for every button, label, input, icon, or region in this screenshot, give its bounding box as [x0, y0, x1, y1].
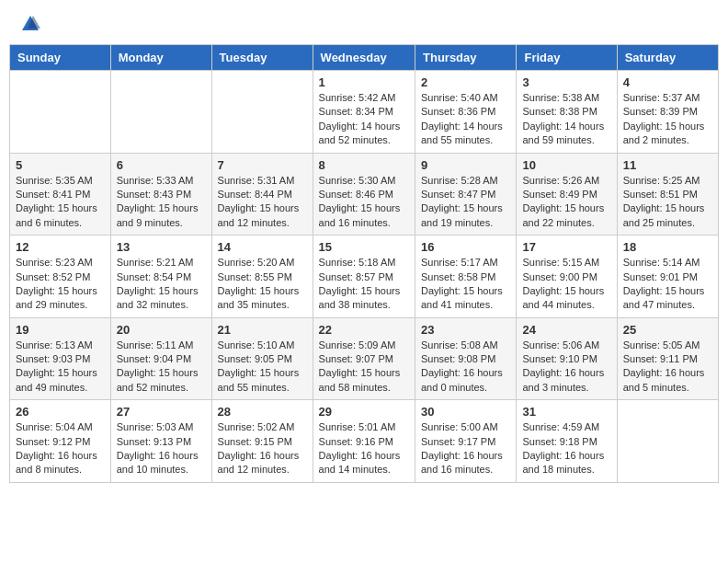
day-cell	[10, 71, 111, 154]
day-number: 24	[522, 323, 610, 337]
day-cell: 22Sunrise: 5:09 AMSunset: 9:07 PMDayligh…	[313, 317, 415, 400]
day-info: Sunrise: 5:25 AMSunset: 8:51 PMDaylight:…	[623, 174, 712, 231]
week-row-5: 26Sunrise: 5:04 AMSunset: 9:12 PMDayligh…	[10, 400, 719, 483]
week-row-1: 1Sunrise: 5:42 AMSunset: 8:34 PMDaylight…	[10, 71, 719, 154]
day-number: 26	[16, 405, 105, 419]
day-info: Sunrise: 5:33 AMSunset: 8:43 PMDaylight:…	[117, 174, 206, 231]
day-number: 6	[117, 158, 206, 172]
day-info: Sunrise: 5:35 AMSunset: 8:41 PMDaylight:…	[16, 174, 105, 231]
day-number: 16	[421, 240, 510, 254]
day-cell: 23Sunrise: 5:08 AMSunset: 9:08 PMDayligh…	[415, 317, 517, 400]
day-number: 28	[218, 405, 307, 419]
day-cell: 9Sunrise: 5:28 AMSunset: 8:47 PMDaylight…	[415, 153, 517, 236]
day-info: Sunrise: 5:00 AMSunset: 9:17 PMDaylight:…	[421, 420, 510, 477]
logo-icon	[20, 14, 40, 34]
day-info: Sunrise: 5:18 AMSunset: 8:57 PMDaylight:…	[319, 256, 409, 313]
weekday-header-sunday: Sunday	[10, 45, 111, 71]
day-info: Sunrise: 5:37 AMSunset: 8:39 PMDaylight:…	[623, 91, 712, 148]
day-cell: 19Sunrise: 5:13 AMSunset: 9:03 PMDayligh…	[10, 317, 111, 400]
day-cell: 8Sunrise: 5:30 AMSunset: 8:46 PMDaylight…	[313, 153, 415, 236]
day-cell	[110, 71, 211, 154]
day-cell: 5Sunrise: 5:35 AMSunset: 8:41 PMDaylight…	[10, 153, 111, 236]
day-cell: 28Sunrise: 5:02 AMSunset: 9:15 PMDayligh…	[211, 400, 313, 483]
day-number: 30	[421, 405, 510, 419]
page-header	[9, 9, 719, 35]
day-number: 12	[16, 240, 105, 254]
day-cell: 13Sunrise: 5:21 AMSunset: 8:54 PMDayligh…	[110, 236, 211, 318]
day-number: 1	[319, 75, 409, 89]
day-cell: 27Sunrise: 5:03 AMSunset: 9:13 PMDayligh…	[110, 400, 211, 483]
weekday-header-row: SundayMondayTuesdayWednesdayThursdayFrid…	[10, 45, 719, 71]
day-info: Sunrise: 5:06 AMSunset: 9:10 PMDaylight:…	[522, 339, 610, 396]
day-cell: 18Sunrise: 5:14 AMSunset: 9:01 PMDayligh…	[617, 236, 718, 318]
day-cell: 6Sunrise: 5:33 AMSunset: 8:43 PMDaylight…	[110, 153, 211, 236]
day-cell: 17Sunrise: 5:15 AMSunset: 9:00 PMDayligh…	[517, 236, 617, 318]
week-row-4: 19Sunrise: 5:13 AMSunset: 9:03 PMDayligh…	[10, 317, 719, 400]
day-number: 25	[623, 323, 712, 337]
day-number: 2	[421, 75, 510, 89]
day-info: Sunrise: 5:17 AMSunset: 8:58 PMDaylight:…	[421, 256, 510, 313]
day-cell: 4Sunrise: 5:37 AMSunset: 8:39 PMDaylight…	[617, 71, 718, 154]
day-number: 20	[117, 323, 206, 337]
day-number: 5	[16, 158, 105, 172]
day-cell: 21Sunrise: 5:10 AMSunset: 9:05 PMDayligh…	[211, 317, 313, 400]
day-number: 29	[319, 405, 409, 419]
day-info: Sunrise: 5:30 AMSunset: 8:46 PMDaylight:…	[319, 174, 409, 231]
day-cell: 25Sunrise: 5:05 AMSunset: 9:11 PMDayligh…	[617, 317, 718, 400]
day-number: 17	[522, 240, 610, 254]
day-number: 8	[319, 158, 409, 172]
day-number: 18	[623, 240, 712, 254]
day-info: Sunrise: 5:23 AMSunset: 8:52 PMDaylight:…	[16, 256, 105, 313]
day-number: 23	[421, 323, 510, 337]
day-number: 7	[218, 158, 307, 172]
day-info: Sunrise: 5:04 AMSunset: 9:12 PMDaylight:…	[16, 420, 105, 477]
day-cell: 20Sunrise: 5:11 AMSunset: 9:04 PMDayligh…	[110, 317, 211, 400]
day-info: Sunrise: 5:11 AMSunset: 9:04 PMDaylight:…	[117, 339, 206, 396]
day-info: Sunrise: 5:05 AMSunset: 9:11 PMDaylight:…	[623, 339, 712, 396]
day-info: Sunrise: 5:42 AMSunset: 8:34 PMDaylight:…	[319, 91, 409, 148]
day-info: Sunrise: 5:31 AMSunset: 8:44 PMDaylight:…	[218, 174, 307, 231]
day-number: 15	[319, 240, 409, 254]
day-info: Sunrise: 5:20 AMSunset: 8:55 PMDaylight:…	[218, 256, 307, 313]
day-info: Sunrise: 5:21 AMSunset: 8:54 PMDaylight:…	[117, 256, 206, 313]
day-info: Sunrise: 4:59 AMSunset: 9:18 PMDaylight:…	[522, 420, 610, 477]
day-cell: 14Sunrise: 5:20 AMSunset: 8:55 PMDayligh…	[211, 236, 313, 318]
day-cell	[617, 400, 718, 483]
day-info: Sunrise: 5:08 AMSunset: 9:08 PMDaylight:…	[421, 339, 510, 396]
day-cell: 31Sunrise: 4:59 AMSunset: 9:18 PMDayligh…	[517, 400, 617, 483]
day-cell: 2Sunrise: 5:40 AMSunset: 8:36 PMDaylight…	[415, 71, 517, 154]
weekday-header-tuesday: Tuesday	[211, 45, 313, 71]
day-info: Sunrise: 5:09 AMSunset: 9:07 PMDaylight:…	[319, 339, 409, 396]
day-info: Sunrise: 5:14 AMSunset: 9:01 PMDaylight:…	[623, 256, 712, 313]
day-number: 11	[623, 158, 712, 172]
day-number: 10	[522, 158, 610, 172]
day-info: Sunrise: 5:15 AMSunset: 9:00 PMDaylight:…	[522, 256, 610, 313]
day-number: 21	[218, 323, 307, 337]
day-info: Sunrise: 5:28 AMSunset: 8:47 PMDaylight:…	[421, 174, 510, 231]
logo	[18, 14, 40, 30]
day-cell: 30Sunrise: 5:00 AMSunset: 9:17 PMDayligh…	[415, 400, 517, 483]
day-number: 14	[218, 240, 307, 254]
day-cell: 24Sunrise: 5:06 AMSunset: 9:10 PMDayligh…	[517, 317, 617, 400]
day-number: 31	[522, 405, 610, 419]
day-cell: 29Sunrise: 5:01 AMSunset: 9:16 PMDayligh…	[313, 400, 415, 483]
day-number: 19	[16, 323, 105, 337]
calendar-table: SundayMondayTuesdayWednesdayThursdayFrid…	[9, 44, 719, 483]
day-info: Sunrise: 5:10 AMSunset: 9:05 PMDaylight:…	[218, 339, 307, 396]
day-cell: 15Sunrise: 5:18 AMSunset: 8:57 PMDayligh…	[313, 236, 415, 318]
day-number: 22	[319, 323, 409, 337]
day-info: Sunrise: 5:26 AMSunset: 8:49 PMDaylight:…	[522, 174, 610, 231]
day-cell: 10Sunrise: 5:26 AMSunset: 8:49 PMDayligh…	[517, 153, 617, 236]
day-number: 13	[117, 240, 206, 254]
day-info: Sunrise: 5:01 AMSunset: 9:16 PMDaylight:…	[319, 420, 409, 477]
day-info: Sunrise: 5:02 AMSunset: 9:15 PMDaylight:…	[218, 420, 307, 477]
day-cell: 1Sunrise: 5:42 AMSunset: 8:34 PMDaylight…	[313, 71, 415, 154]
weekday-header-saturday: Saturday	[617, 45, 718, 71]
day-number: 3	[522, 75, 610, 89]
day-number: 27	[117, 405, 206, 419]
week-row-2: 5Sunrise: 5:35 AMSunset: 8:41 PMDaylight…	[10, 153, 719, 236]
day-cell: 26Sunrise: 5:04 AMSunset: 9:12 PMDayligh…	[10, 400, 111, 483]
day-cell: 7Sunrise: 5:31 AMSunset: 8:44 PMDaylight…	[211, 153, 313, 236]
weekday-header-thursday: Thursday	[415, 45, 517, 71]
weekday-header-wednesday: Wednesday	[313, 45, 415, 71]
